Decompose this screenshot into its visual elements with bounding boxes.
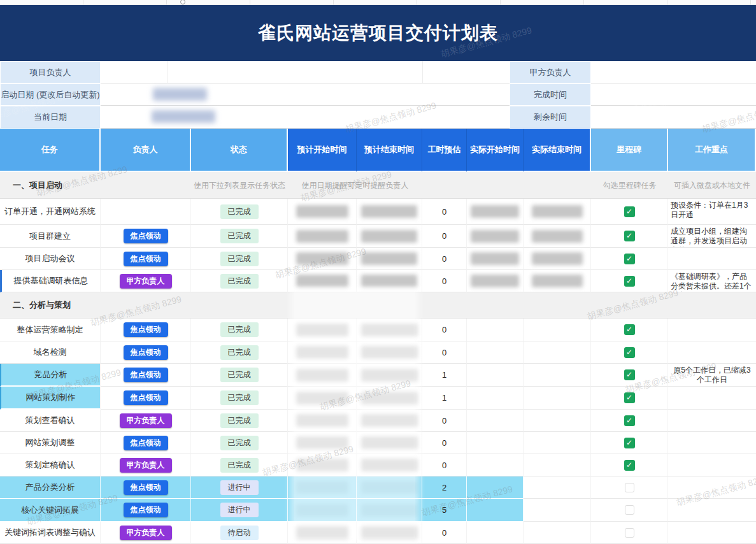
owner-badge[interactable]: 甲方负责人: [120, 274, 172, 289]
milestone-cell: [591, 225, 668, 248]
milestone-checkbox[interactable]: [625, 528, 634, 538]
label-finish-time: 完成时间: [510, 83, 591, 106]
milestone-checkbox[interactable]: [624, 460, 635, 471]
status-badge[interactable]: 已完成: [220, 368, 259, 382]
owner-cell: [101, 199, 191, 225]
hours-cell: 0: [422, 454, 467, 476]
status-badge[interactable]: 已完成: [220, 458, 259, 473]
milestone-checkbox[interactable]: [625, 483, 634, 492]
milestone-checkbox[interactable]: [624, 206, 635, 217]
hours-cell: 0: [422, 199, 467, 225]
blurred-date: [296, 324, 348, 336]
blurred-date: [361, 504, 417, 517]
focus-cell: [668, 522, 756, 544]
status-cell: 已完成: [191, 432, 288, 454]
col-header-owner: 负责人: [101, 129, 191, 172]
milestone-cell: [591, 270, 668, 292]
value-remaining-time[interactable]: [591, 106, 756, 129]
task-cell: 关键词拓词表调整与确认: [0, 522, 101, 544]
owner-badge[interactable]: 焦点领动: [124, 345, 168, 360]
status-badge[interactable]: 待启动: [220, 526, 259, 540]
owner-cell: 甲方负责人: [101, 522, 191, 544]
owner-badge[interactable]: 焦点领动: [124, 503, 168, 517]
status-badge[interactable]: 进行中: [220, 503, 259, 517]
status-badge[interactable]: 已完成: [220, 204, 259, 219]
col-header-status: 状态: [191, 129, 288, 172]
focus-cell: [668, 454, 756, 476]
blurred-date: [361, 252, 417, 265]
section-row-1: 一、项目启动 使用下拉列表显示任务状态 使用日期提醒可定时提醒负责人 勾选里程碑…: [0, 172, 756, 199]
act-end-cell: [524, 454, 591, 476]
est-end-cell: [357, 248, 422, 270]
est-end-cell: [357, 364, 422, 387]
milestone-checkbox[interactable]: [624, 347, 635, 358]
status-badge[interactable]: 已完成: [220, 252, 259, 266]
est-end-cell: [357, 341, 422, 364]
blurred-date: [296, 392, 348, 404]
value-current-date[interactable]: [101, 106, 510, 129]
milestone-cell: [591, 319, 668, 341]
milestone-checkbox[interactable]: [624, 276, 635, 287]
owner-badge[interactable]: 焦点领动: [124, 368, 168, 382]
milestone-checkbox[interactable]: [624, 231, 635, 241]
owner-badge[interactable]: 焦点领动: [124, 322, 168, 337]
blurred-date: [296, 230, 348, 243]
value-start-date[interactable]: [101, 83, 510, 106]
blurred-start-date: [153, 88, 207, 101]
est-end-cell: [357, 387, 422, 410]
task-cell-highlighted: 竞品分析: [0, 364, 101, 387]
value-finish-time[interactable]: [591, 83, 756, 106]
milestone-checkbox[interactable]: [624, 392, 635, 403]
owner-badge[interactable]: 焦点领动: [124, 252, 168, 266]
task-cell: 订单开通，开通网站系统: [0, 199, 101, 225]
milestone-cell: [591, 522, 668, 544]
collab-cursor-icon: [180, 0, 185, 4]
blurred-date: [296, 414, 348, 427]
milestone-checkbox[interactable]: [624, 415, 635, 426]
status-badge[interactable]: 进行中: [220, 480, 259, 495]
blurred-date: [532, 275, 583, 287]
status-badge[interactable]: 已完成: [220, 274, 259, 289]
blurred-date: [532, 205, 583, 218]
milestone-cell: [591, 410, 668, 432]
focus-cell: [668, 341, 756, 364]
hours-cell: 0: [422, 410, 467, 432]
milestone-checkbox[interactable]: [624, 438, 635, 448]
owner-cell: 焦点领动: [101, 432, 191, 454]
blurred-date: [361, 459, 417, 471]
status-badge[interactable]: 已完成: [220, 229, 259, 243]
owner-badge[interactable]: 焦点领动: [124, 436, 168, 450]
status-badge[interactable]: 已完成: [220, 413, 259, 428]
milestone-cell: [591, 341, 668, 364]
col-header-focus: 工作重点: [668, 129, 756, 172]
col-header-hours: 工时预估: [422, 129, 467, 172]
blurred-date: [296, 346, 348, 359]
owner-badge[interactable]: 焦点领动: [124, 229, 168, 243]
blurred-date: [361, 369, 417, 382]
status-badge[interactable]: 已完成: [220, 322, 259, 337]
status-badge[interactable]: 已完成: [220, 436, 259, 450]
value-project-owner[interactable]: [101, 61, 510, 83]
blurred-date: [361, 481, 417, 494]
milestone-checkbox[interactable]: [624, 324, 635, 335]
label-client-owner: 甲方负责人: [510, 61, 591, 83]
status-badge[interactable]: 已完成: [220, 390, 259, 405]
milestone-cell: [591, 454, 668, 476]
owner-badge[interactable]: 甲方负责人: [120, 526, 172, 540]
section-row-2: 二、分析与策划: [0, 292, 756, 319]
col-header-act-start: 实际开始时间: [467, 129, 524, 172]
milestone-checkbox[interactable]: [625, 505, 634, 515]
est-end-cell: [357, 225, 422, 248]
value-client-owner[interactable]: [591, 61, 756, 83]
owner-badge[interactable]: 甲方负责人: [120, 413, 172, 428]
owner-badge[interactable]: 焦点领动: [124, 390, 168, 405]
owner-badge[interactable]: 甲方负责人: [120, 458, 172, 473]
milestone-checkbox[interactable]: [624, 369, 635, 380]
act-end-cell: [524, 476, 591, 499]
est-start-cell: [288, 454, 357, 476]
status-badge[interactable]: 已完成: [220, 345, 259, 360]
hours-cell: 0: [422, 341, 467, 364]
milestone-checkbox[interactable]: [624, 254, 635, 264]
task-cell: 网站策划调整: [0, 432, 101, 454]
owner-badge[interactable]: 焦点领动: [124, 480, 168, 495]
